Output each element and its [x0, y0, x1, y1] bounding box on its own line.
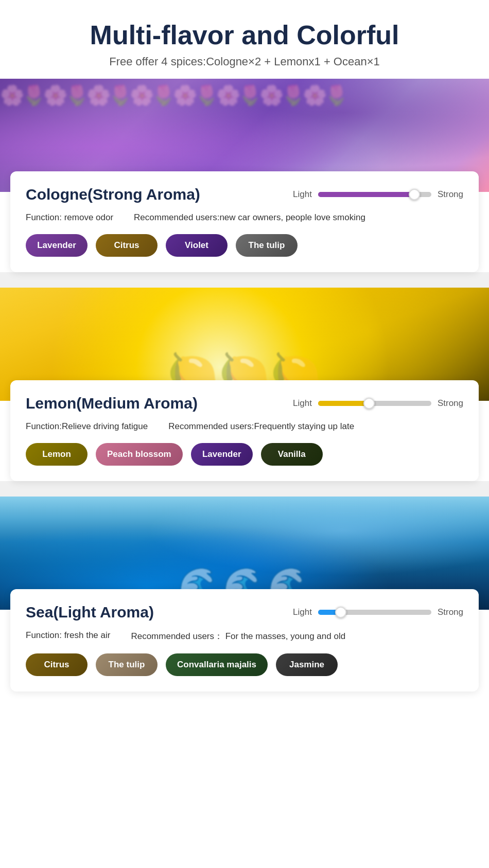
- page-subtitle: Free offer 4 spices:Cologne×2 + Lemonx1 …: [10, 55, 479, 68]
- lemon-tags: Lemon Peach blossom Lavender Vanilla: [26, 443, 463, 466]
- sea-name: Sea(Light Aroma): [26, 604, 154, 621]
- tag-lemon[interactable]: Lemon: [26, 443, 88, 466]
- lemon-section: Lemon(Medium Aroma) Light Strong Functio…: [0, 288, 489, 481]
- lemon-slider-thumb[interactable]: [363, 398, 375, 409]
- page-title: Multi-flavor and Colorful: [10, 21, 479, 50]
- gap-1: [0, 272, 489, 288]
- tag-citrus2[interactable]: Citrus: [26, 653, 88, 676]
- cologne-slider-thumb[interactable]: [409, 189, 420, 200]
- tag-citrus[interactable]: Citrus: [96, 234, 158, 257]
- sea-slider-thumb[interactable]: [335, 607, 346, 618]
- tag-jasmine[interactable]: Jasmine: [276, 653, 338, 676]
- tag-violet[interactable]: Violet: [166, 234, 228, 257]
- lemon-slider-strong: Strong: [438, 398, 463, 409]
- cologne-slider-group: Light Strong: [200, 189, 463, 200]
- sea-slider-light: Light: [293, 607, 312, 617]
- lemon-name: Lemon(Medium Aroma): [26, 395, 198, 412]
- sea-card: Sea(Light Aroma) Light Strong Function: …: [10, 589, 479, 692]
- lemon-slider-track[interactable]: [318, 401, 431, 406]
- cologne-top-row: Cologne(Strong Aroma) Light Strong: [26, 186, 463, 203]
- lemon-slider-group: Light Strong: [198, 398, 463, 409]
- tag-peach-blossom[interactable]: Peach blossom: [96, 443, 183, 466]
- sea-function-row: Function: fresh the air Recommended user…: [26, 630, 463, 642]
- gap-2: [0, 481, 489, 497]
- cologne-slider-light: Light: [293, 189, 312, 200]
- cologne-function: Function: remove odor: [26, 212, 113, 223]
- page-header: Multi-flavor and Colorful Free offer 4 s…: [0, 0, 489, 79]
- sea-tags: Citrus The tulip Convallaria majalis Jas…: [26, 653, 463, 676]
- cologne-slider-track[interactable]: [318, 192, 431, 197]
- sea-section: Sea(Light Aroma) Light Strong Function: …: [0, 497, 489, 692]
- lemon-function-row: Function:Relieve driving fatigue Recomme…: [26, 421, 463, 432]
- sea-slider-track[interactable]: [318, 610, 431, 615]
- sea-function: Function: fresh the air: [26, 630, 110, 642]
- lemon-slider-fill: [318, 401, 369, 406]
- sea-recommended: Recommended users： For the masses, young…: [131, 630, 345, 642]
- lemon-slider-light: Light: [293, 398, 312, 409]
- cologne-recommended: Recommended users:new car owners, people…: [134, 212, 365, 223]
- cologne-slider-strong: Strong: [438, 189, 463, 200]
- cologne-section: Cologne(Strong Aroma) Light Strong Funct…: [0, 79, 489, 272]
- sea-slider-strong: Strong: [438, 607, 463, 617]
- tag-tulip2[interactable]: The tulip: [96, 653, 158, 676]
- lemon-function: Function:Relieve driving fatigue: [26, 421, 148, 432]
- cologne-card: Cologne(Strong Aroma) Light Strong Funct…: [10, 171, 479, 272]
- lemon-recommended: Recommended users:Frequently staying up …: [168, 421, 354, 432]
- tag-vanilla[interactable]: Vanilla: [261, 443, 323, 466]
- sea-slider-group: Light Strong: [154, 607, 463, 617]
- lemon-card: Lemon(Medium Aroma) Light Strong Functio…: [10, 380, 479, 481]
- cologne-function-row: Function: remove odor Recommended users:…: [26, 212, 463, 223]
- tag-convallaria[interactable]: Convallaria majalis: [166, 653, 268, 676]
- tag-tulip[interactable]: The tulip: [236, 234, 298, 257]
- cologne-tags: Lavender Citrus Violet The tulip: [26, 234, 463, 257]
- cologne-slider-fill: [318, 192, 414, 197]
- lemon-top-row: Lemon(Medium Aroma) Light Strong: [26, 395, 463, 412]
- tag-lavender[interactable]: Lavender: [26, 234, 88, 257]
- sea-top-row: Sea(Light Aroma) Light Strong: [26, 604, 463, 621]
- cologne-name: Cologne(Strong Aroma): [26, 186, 200, 203]
- tag-lavender2[interactable]: Lavender: [191, 443, 253, 466]
